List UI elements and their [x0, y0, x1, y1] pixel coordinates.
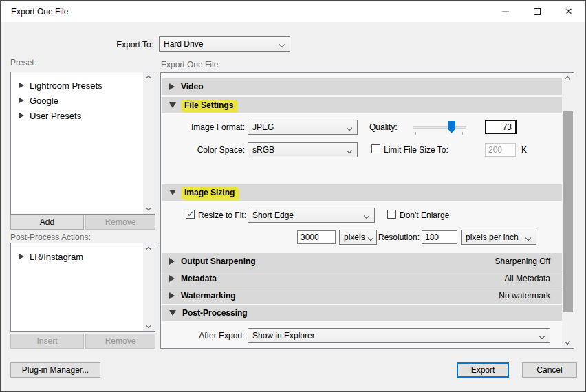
resolution-unit-dropdown[interactable]: pixels per inch	[461, 230, 536, 245]
preset-list-scrollbar[interactable]	[143, 72, 155, 214]
chevron-down-icon	[539, 334, 545, 339]
section-title: Watermarking	[181, 291, 236, 301]
close-icon: ✕	[565, 7, 573, 16]
section-output-sharpening[interactable]: Output Sharpening Sharpening Off	[162, 253, 562, 270]
title-bar: Export One File ✕	[1, 1, 585, 22]
minimize-icon	[502, 11, 509, 12]
section-title: Post-Processing	[182, 308, 248, 318]
maximize-button[interactable]	[521, 1, 553, 22]
section-title-highlighted: Image Sizing	[182, 187, 238, 199]
export-to-value: Hard Drive	[164, 39, 203, 49]
preset-item-label: Lightroom Presets	[30, 80, 102, 91]
color-space-value: sRGB	[252, 145, 274, 155]
dont-enlarge-label: Don't Enlarge	[400, 210, 449, 220]
section-video[interactable]: Video	[162, 78, 562, 95]
chevron-down-icon	[364, 213, 369, 219]
section-title: Metadata	[181, 274, 217, 283]
limit-file-size-label: Limit File Size To:	[384, 145, 448, 155]
window-controls: ✕	[490, 1, 585, 22]
slider-tick	[415, 132, 416, 135]
insert-button: Insert	[10, 334, 84, 349]
section-file-settings[interactable]: File Settings	[162, 97, 562, 113]
scroll-down-icon[interactable]	[565, 339, 570, 345]
section-title: Video	[181, 82, 203, 91]
limit-unit-label: K	[521, 145, 527, 155]
expanded-triangle-icon	[169, 190, 176, 195]
section-image-sizing[interactable]: Image Sizing	[162, 184, 562, 201]
after-export-dropdown[interactable]: Show in Explorer	[248, 328, 550, 343]
preset-item-google[interactable]: Google	[11, 93, 143, 108]
scroll-down-icon[interactable]	[146, 323, 151, 328]
size-unit-value: pixels	[344, 232, 365, 242]
scroll-up-icon[interactable]	[146, 76, 151, 81]
section-watermarking[interactable]: Watermarking No watermark	[162, 287, 562, 304]
resize-to-fit-label: Resize to Fit:	[198, 210, 246, 220]
settings-panel: Video File Settings Image Format: JPEG Q…	[160, 72, 574, 349]
export-dialog: Export One File ✕ Export To: Hard Drive …	[0, 0, 586, 392]
slider-tick	[462, 132, 463, 135]
resize-mode-dropdown[interactable]: Short Edge	[248, 208, 375, 223]
chevron-down-icon	[279, 42, 285, 47]
dont-enlarge-checkbox[interactable]	[387, 210, 396, 219]
expand-triangle-icon[interactable]	[19, 98, 24, 103]
quality-slider-track[interactable]	[413, 126, 466, 129]
after-export-label: After Export:	[188, 331, 245, 340]
collapsed-triangle-icon	[169, 258, 175, 265]
image-format-value: JPEG	[252, 122, 274, 132]
resolution-input[interactable]	[422, 230, 457, 244]
image-format-dropdown[interactable]: JPEG	[248, 120, 358, 135]
cancel-button[interactable]: Cancel	[522, 362, 577, 378]
maximize-icon	[534, 8, 541, 15]
size-value-input[interactable]	[297, 230, 336, 244]
minimize-button[interactable]	[490, 1, 521, 22]
export-button[interactable]: Export	[457, 362, 509, 378]
chevron-down-icon	[347, 148, 352, 153]
remove-action-button: Remove	[85, 334, 155, 349]
collapsed-triangle-icon	[169, 292, 175, 299]
image-format-label: Image Format:	[161, 122, 245, 132]
section-post-processing[interactable]: Post-Processing	[162, 305, 562, 321]
ppa-list-scrollbar[interactable]	[143, 243, 155, 331]
settings-scrollbar[interactable]	[562, 73, 574, 348]
preset-label: Preset:	[10, 58, 36, 67]
size-unit-dropdown[interactable]: pixels	[339, 230, 377, 245]
post-process-actions-list[interactable]: LR/Instagram	[10, 243, 155, 332]
preset-item-label: User Presets	[30, 111, 81, 121]
color-space-dropdown[interactable]: sRGB	[248, 142, 358, 157]
ppa-item-lr-instagram[interactable]: LR/Instagram	[11, 249, 143, 264]
section-title: Output Sharpening	[181, 257, 256, 266]
chevron-down-icon	[347, 125, 352, 131]
export-to-dropdown[interactable]: Hard Drive	[159, 36, 290, 52]
scroll-up-icon[interactable]	[146, 247, 151, 252]
quality-value-input[interactable]	[485, 120, 517, 134]
ppa-item-label: LR/Instagram	[30, 252, 83, 262]
collapsed-triangle-icon	[169, 275, 175, 282]
quality-slider-thumb[interactable]	[448, 121, 455, 133]
export-to-label: Export To:	[83, 40, 153, 50]
chevron-down-icon	[368, 235, 373, 241]
section-metadata[interactable]: Metadata All Metadata	[162, 270, 562, 287]
collapsed-triangle-icon	[169, 83, 175, 90]
scroll-down-icon[interactable]	[146, 205, 151, 210]
expanded-triangle-icon	[169, 310, 176, 316]
scrollbar-thumb[interactable]	[563, 111, 573, 312]
limit-size-input	[485, 143, 516, 157]
window-title: Export One File	[11, 7, 68, 17]
preset-item-lightroom-presets[interactable]: Lightroom Presets	[11, 78, 143, 93]
limit-file-size-checkbox[interactable]	[371, 144, 380, 153]
preset-item-user-presets[interactable]: User Presets	[11, 108, 143, 123]
section-status: No watermark	[499, 291, 550, 301]
section-status: All Metadata	[504, 274, 550, 283]
remove-preset-button: Remove	[85, 215, 155, 230]
scroll-up-icon[interactable]	[565, 76, 570, 82]
preset-list[interactable]: Lightroom Presets Google User Presets	[10, 72, 155, 215]
section-status: Sharpening Off	[495, 257, 550, 266]
add-button[interactable]: Add	[10, 215, 84, 230]
close-button[interactable]: ✕	[553, 1, 585, 22]
expand-triangle-icon[interactable]	[19, 113, 24, 118]
expand-triangle-icon[interactable]	[19, 254, 24, 259]
plugin-manager-button[interactable]: Plug-in Manager...	[10, 362, 100, 378]
resize-to-fit-checkbox[interactable]	[186, 210, 195, 219]
quality-label: Quality:	[369, 122, 398, 132]
expand-triangle-icon[interactable]	[19, 83, 24, 88]
